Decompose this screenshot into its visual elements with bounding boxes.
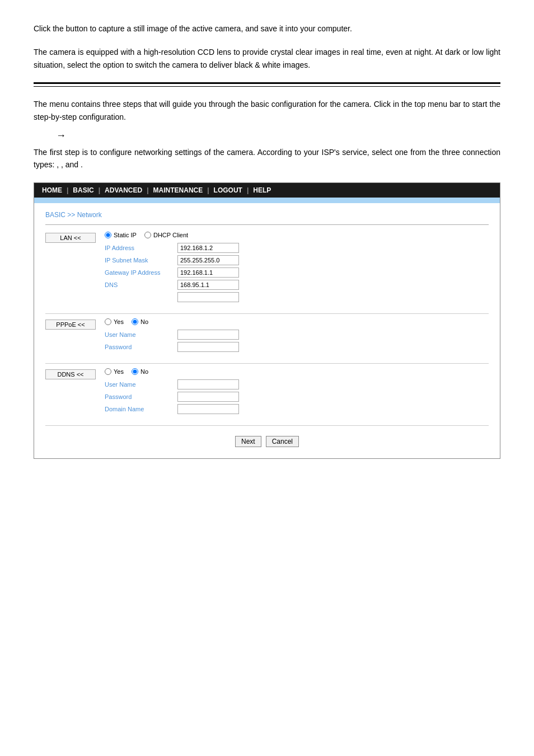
ddns-yes-item[interactable]: Yes bbox=[105, 368, 124, 375]
divider-thick-1 bbox=[34, 82, 500, 84]
pppoe-no-label: No bbox=[140, 318, 148, 325]
dhcp-radio-item[interactable]: DHCP Client bbox=[144, 232, 188, 238]
ip-address-label: IP Address bbox=[105, 245, 177, 251]
ddns-domain-input[interactable] bbox=[177, 404, 239, 414]
subnet-mask-row: IP Subnet Mask bbox=[105, 255, 489, 265]
pppoe-password-label: Password bbox=[105, 344, 177, 350]
sep-1: | bbox=[67, 186, 68, 194]
lan-label[interactable]: LAN << bbox=[45, 233, 96, 243]
ddns-domain-row: Domain Name bbox=[105, 404, 489, 414]
ddns-password-input[interactable] bbox=[177, 392, 239, 402]
ddns-section: DDNS << Yes No User Name bbox=[45, 368, 489, 416]
sep-2: | bbox=[99, 186, 100, 194]
pppoe-label[interactable]: PPPoE << bbox=[45, 320, 96, 330]
ddns-domain-label: Domain Name bbox=[105, 406, 177, 412]
step-arrow: → bbox=[56, 128, 500, 144]
config-paragraph-1: The menu contains three steps that will … bbox=[34, 98, 500, 123]
breadcrumb-divider bbox=[45, 224, 489, 225]
section-divider-3 bbox=[45, 425, 489, 426]
breadcrumb: BASIC >> Network bbox=[45, 211, 489, 219]
ddns-yes-radio[interactable] bbox=[105, 368, 111, 375]
config-paragraph-2: The first step is to configure networkin… bbox=[34, 146, 500, 171]
ddns-label[interactable]: DDNS << bbox=[45, 369, 96, 379]
lan-radio-row: Static IP DHCP Client bbox=[105, 232, 489, 238]
menu-home[interactable]: HOME bbox=[42, 186, 62, 194]
ddns-username-row: User Name bbox=[105, 379, 489, 389]
ddns-no-radio[interactable] bbox=[132, 368, 138, 375]
network-frame: HOME | BASIC | ADVANCED | MAINTENANCE | … bbox=[34, 182, 500, 459]
next-button[interactable]: Next bbox=[235, 436, 261, 447]
intro-paragraph-2: The camera is equipped with a high-resol… bbox=[34, 46, 500, 71]
pppoe-section: PPPoE << Yes No User Name bbox=[45, 318, 489, 354]
gateway-row: Gateway IP Address bbox=[105, 267, 489, 278]
static-ip-radio-item[interactable]: Static IP bbox=[105, 232, 137, 238]
dhcp-label: DHCP Client bbox=[153, 232, 188, 238]
pppoe-password-row: Password bbox=[105, 342, 489, 352]
sep-3: | bbox=[147, 186, 148, 194]
lan-section: LAN << Static IP DHCP Client IP Address bbox=[45, 232, 489, 304]
sep-4: | bbox=[207, 186, 209, 194]
ip-address-input[interactable] bbox=[177, 243, 239, 253]
pppoe-fields: Yes No User Name Password bbox=[105, 318, 489, 354]
pppoe-yes-label: Yes bbox=[114, 318, 124, 325]
ddns-yes-label: Yes bbox=[114, 368, 124, 375]
lan-fields: Static IP DHCP Client IP Address IP Subn… bbox=[105, 232, 489, 304]
gateway-label: Gateway IP Address bbox=[105, 269, 177, 276]
pppoe-username-row: User Name bbox=[105, 330, 489, 340]
ddns-password-label: Password bbox=[105, 393, 177, 400]
dns-row: DNS bbox=[105, 280, 489, 290]
cancel-button[interactable]: Cancel bbox=[266, 436, 299, 447]
ddns-username-input[interactable] bbox=[177, 379, 239, 389]
ddns-no-label: No bbox=[140, 368, 148, 375]
dns-input[interactable] bbox=[177, 280, 239, 290]
section-divider-1 bbox=[45, 313, 489, 314]
static-ip-radio[interactable] bbox=[105, 232, 111, 238]
gateway-input[interactable] bbox=[177, 267, 239, 278]
config-section: The menu contains three steps that will … bbox=[34, 98, 500, 171]
dns-label: DNS bbox=[105, 281, 177, 288]
ip-address-row: IP Address bbox=[105, 243, 489, 253]
pppoe-password-input[interactable] bbox=[177, 342, 239, 352]
subnet-mask-input[interactable] bbox=[177, 255, 239, 265]
pppoe-no-radio[interactable] bbox=[132, 318, 138, 325]
pppoe-yes-radio[interactable] bbox=[105, 318, 111, 325]
dns2-input[interactable] bbox=[177, 292, 239, 302]
network-content: BASIC >> Network LAN << Static IP DHCP C… bbox=[34, 203, 500, 458]
sep-5: | bbox=[247, 186, 249, 194]
menu-bar: HOME | BASIC | ADVANCED | MAINTENANCE | … bbox=[34, 183, 500, 198]
pppoe-radio-row: Yes No bbox=[105, 318, 489, 325]
intro-section-2: The camera is equipped with a high-resol… bbox=[34, 46, 500, 71]
pppoe-username-input[interactable] bbox=[177, 330, 239, 340]
intro-paragraph-1: Click the button to capture a still imag… bbox=[34, 22, 500, 35]
pppoe-yes-item[interactable]: Yes bbox=[105, 318, 124, 325]
ddns-no-item[interactable]: No bbox=[132, 368, 148, 375]
bottom-buttons: Next Cancel bbox=[45, 430, 489, 450]
pppoe-username-label: User Name bbox=[105, 331, 177, 338]
ddns-radio-row: Yes No bbox=[105, 368, 489, 375]
ddns-fields: Yes No User Name Password Domain Nam bbox=[105, 368, 489, 416]
subnet-mask-label: IP Subnet Mask bbox=[105, 257, 177, 264]
static-ip-label: Static IP bbox=[114, 232, 137, 238]
menu-maintenance[interactable]: MAINTENANCE bbox=[153, 186, 203, 194]
blue-strip bbox=[34, 198, 500, 203]
menu-logout[interactable]: LOGOUT bbox=[214, 186, 242, 194]
menu-advanced[interactable]: ADVANCED bbox=[105, 186, 142, 194]
dhcp-radio[interactable] bbox=[144, 232, 151, 238]
menu-basic[interactable]: BASIC bbox=[73, 186, 93, 194]
section-divider-2 bbox=[45, 363, 489, 364]
ddns-password-row: Password bbox=[105, 392, 489, 402]
intro-section-1: Click the button to capture a still imag… bbox=[34, 22, 500, 35]
ddns-username-label: User Name bbox=[105, 381, 177, 388]
dns2-row bbox=[105, 292, 489, 302]
menu-help[interactable]: HELP bbox=[253, 186, 271, 194]
pppoe-no-item[interactable]: No bbox=[132, 318, 148, 325]
divider-thin-1 bbox=[34, 86, 500, 87]
